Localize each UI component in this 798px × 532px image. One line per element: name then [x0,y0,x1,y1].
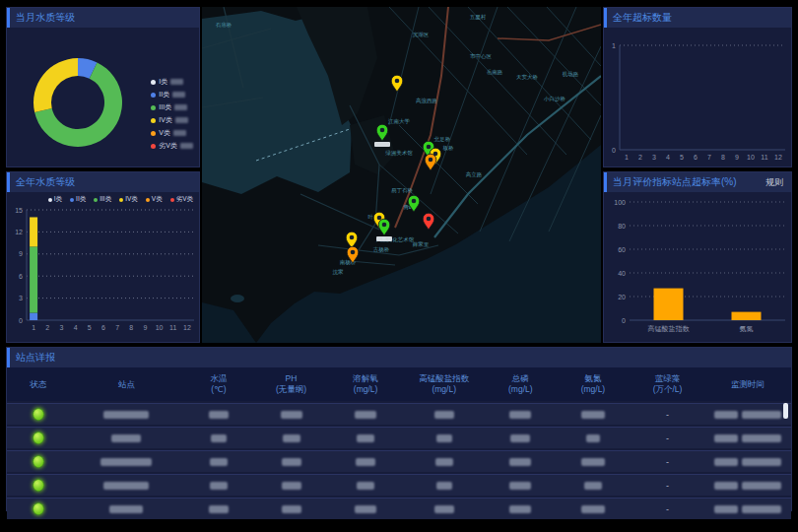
status-ok-dot [33,455,44,468]
legend-dot [70,198,74,202]
map-place-label: 五星村 [470,14,487,21]
map-place-label: 岳南路 [487,69,503,75]
svg-text:7: 7 [115,324,119,331]
value-cell [403,411,486,419]
table-header-row: 状态站点水温(℃)PH(无量纲)溶解氧(mg/L)高锰酸盐指数(mg/L)总磷(… [7,367,791,401]
panel-exceed-rate: 当月评价指标站点超标率(%) 规则 020406080100高锰酸盐指数氨氮 [603,171,792,343]
svg-text:6: 6 [101,324,105,331]
legend-item[interactable]: I类 [48,195,62,204]
svg-text:高锰酸盐指数: 高锰酸盐指数 [648,325,691,333]
rate-bar-高锰酸盐指数 [654,289,684,320]
svg-text:9: 9 [143,324,147,331]
legend-item[interactable]: I类 [151,77,193,87]
svg-text:10: 10 [747,154,755,161]
svg-text:8: 8 [129,324,133,331]
station-cell [70,434,183,442]
map-place-label: 市中心区 [470,53,493,59]
svg-text:3: 3 [652,154,656,161]
value-cell [328,434,403,442]
algae-cell: - [631,410,705,420]
panel-year-exceed: 全年超标数量 10123456789101112 [603,7,792,167]
svg-text:2: 2 [45,324,49,331]
time-cell [704,411,791,419]
station-cell [70,458,183,466]
legend-item[interactable]: IV类 [151,115,193,125]
map-canvas[interactable]: 石庙桥滨湖区五星村市中心区岳南路天安大桥机场路小白沙桥高浪西路江南大学北足桥板桥… [202,7,601,343]
station-cell [70,505,183,513]
svg-text:40: 40 [618,270,626,277]
svg-text:4: 4 [74,324,78,331]
svg-text:4: 4 [666,154,670,161]
column-header-6: 总磷(mg/L) [486,373,557,395]
status-cell [7,432,70,444]
legend-item[interactable]: II类 [70,195,86,204]
column-header-9: 监测时间 [704,379,791,390]
value-cell [183,505,254,513]
svg-text:1: 1 [612,42,616,49]
table-row[interactable]: - [7,498,791,519]
legend-dot [146,198,150,202]
value-cell [254,411,329,419]
table-row[interactable]: - [7,403,791,425]
donut-chart-area: I类II类III类IV类V类劣V类 [7,28,199,166]
legend-item[interactable]: 劣V类 [170,195,193,204]
value-cell [486,434,557,442]
svg-text:0: 0 [622,317,626,324]
value-cell [486,505,557,513]
svg-text:5: 5 [88,324,92,331]
status-ok-dot [33,479,44,492]
legend-item[interactable]: V类 [151,128,193,138]
legend-item[interactable]: V类 [146,195,163,204]
panel-header: 全年水质等级 [7,172,199,192]
status-ok-dot [33,432,44,444]
value-cell [183,411,254,419]
svg-text:3: 3 [59,324,63,331]
table-body: ----- [7,403,791,519]
column-header-8: 蓝绿藻(万个/L) [631,373,705,395]
value-cell [403,434,486,442]
status-cell [7,455,70,468]
svg-text:6: 6 [19,273,23,280]
station-cell [70,411,183,419]
value-cell [183,482,254,490]
svg-text:15: 15 [15,207,23,214]
legend-item[interactable]: 劣V类 [151,141,193,151]
svg-text:11: 11 [169,324,176,331]
map-place-label: 江南大学 [388,118,411,125]
stack-segment-IV类 [30,217,37,246]
rules-link[interactable]: 规则 [765,176,783,189]
table-row[interactable]: - [7,450,791,472]
value-cell [486,458,557,466]
table-scrollbar[interactable] [783,403,788,419]
panel-header: 当月水质等级 [7,8,199,28]
legend-dot [94,198,98,202]
legend-dot [151,93,156,98]
station-map[interactable]: 石庙桥滨湖区五星村市中心区岳南路天安大桥机场路小白沙桥高浪西路江南大学北足桥板桥… [202,7,601,343]
blurred-value [174,104,187,110]
panel-year-water-grade: 全年水质等级 I类II类III类IV类V类劣V类 036912151234567… [6,171,200,343]
value-cell [556,505,631,513]
svg-text:1: 1 [625,154,629,161]
map-place-label: 机场路 [563,71,579,78]
legend-item[interactable]: III类 [151,102,193,112]
map-place-label: 滨湖区 [413,32,430,38]
panel-title: 当月评价指标站点超标率(%) [613,175,737,189]
map-place-label: 高立路 [466,171,483,177]
legend-label: III类 [159,102,171,112]
legend-label: III类 [100,195,111,204]
table-row[interactable]: - [7,427,791,448]
column-header-5: 高锰酸盐指数(mg/L) [403,373,486,395]
svg-text:12: 12 [15,229,23,235]
column-header-7: 氨氮(mg/L) [556,373,631,395]
legend-label: 劣V类 [176,195,193,204]
column-header-0: 状态 [7,379,70,390]
value-cell [556,434,631,442]
legend-item[interactable]: III类 [94,195,111,204]
legend-item[interactable]: II类 [151,90,193,100]
table-row[interactable]: - [7,474,791,496]
map-place-label: 薛家里 [413,241,430,247]
svg-text:0: 0 [612,147,616,154]
value-cell [403,505,486,513]
legend-item[interactable]: IV类 [119,195,138,204]
legend-dot [151,144,156,149]
